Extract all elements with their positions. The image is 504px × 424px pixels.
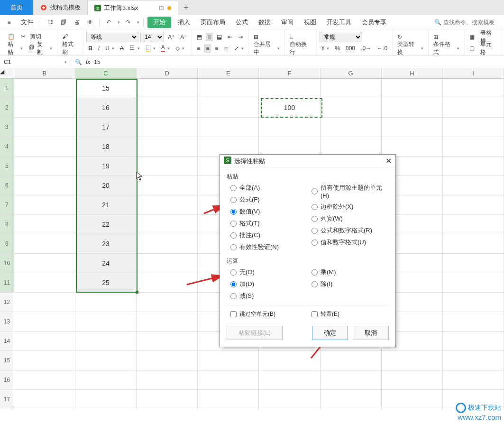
cell[interactable] [137,332,198,350]
cell[interactable]: 19 [75,157,137,175]
row-1[interactable]: 1 [0,79,14,98]
radio-format[interactable]: 格式(T) [230,219,308,228]
cell[interactable] [259,370,320,389]
cell[interactable]: 25 [75,273,137,292]
cell[interactable] [137,215,198,234]
cell[interactable] [14,98,75,117]
cell[interactable] [75,332,137,350]
col-I[interactable]: I [443,68,504,78]
tab-layout[interactable]: 页面布局 [197,18,229,27]
cell[interactable] [198,370,259,389]
col-E[interactable]: E [198,68,259,78]
cell[interactable] [198,79,259,98]
radio-sub[interactable]: 减(S) [230,292,308,300]
tab-templates[interactable]: 找稻壳模板 [34,0,88,15]
cell[interactable] [14,390,75,409]
cell[interactable]: 22 [75,215,137,234]
cell[interactable] [382,137,443,156]
cell[interactable] [137,312,198,331]
save-icon[interactable]: 🖫 [45,17,55,28]
cell-style-icon[interactable]: ▢ [467,44,477,53]
cell[interactable] [443,157,504,175]
print-icon[interactable]: 🖨 [72,17,82,28]
cell[interactable]: 17 [75,118,137,137]
tab-home[interactable]: 首页 [0,0,34,15]
cell[interactable] [14,215,75,234]
radio-val-num[interactable]: 值和数字格式(U) [312,238,389,247]
cancel-button[interactable]: 取消 [353,326,389,340]
radio-formula[interactable]: 公式(F) [230,195,308,204]
preview-icon[interactable]: 👁 [85,17,95,28]
radio-div[interactable]: 除(I) [312,280,389,288]
cell[interactable] [198,98,259,117]
row-11[interactable]: 11 [0,273,14,292]
row-2[interactable]: 2 [0,98,14,117]
cell[interactable] [382,351,443,370]
dec-dec[interactable]: ←.0 [375,44,389,53]
cell[interactable] [259,351,320,370]
cell[interactable]: 24 [75,254,137,273]
cell[interactable] [259,137,320,156]
align-right[interactable]: ≡ [213,44,220,53]
cell[interactable] [198,118,259,137]
cell[interactable] [14,137,75,156]
currency[interactable]: ¥▾ [320,44,331,53]
cell[interactable] [321,351,382,370]
command-search[interactable]: 🔍 [434,19,500,26]
highlight[interactable]: ◇▾ [174,44,186,53]
cell[interactable] [75,293,137,312]
cell[interactable] [137,370,198,389]
name-box[interactable]: C1▾ [0,59,71,65]
inc-font[interactable]: A⁺ [166,33,176,41]
tab-member[interactable]: 会员专享 [358,18,390,27]
row-5[interactable]: 5 [0,157,14,175]
cell[interactable] [443,351,504,370]
tab-view[interactable]: 视图 [300,18,320,27]
orientation[interactable]: ⤢▾ [232,44,246,53]
ok-button[interactable]: 确定 [312,326,348,340]
cell[interactable] [137,118,198,137]
col-F[interactable]: F [259,68,320,78]
tab-insert[interactable]: 插入 [174,18,194,27]
cell[interactable] [382,98,443,117]
radio-value[interactable]: 数值(V) [230,207,308,216]
cell[interactable] [137,157,198,175]
row-12[interactable]: 12 [0,293,14,312]
col-C[interactable]: C [75,68,137,78]
align-left[interactable]: ≡ [195,44,202,53]
cell[interactable] [321,118,382,137]
fill-color[interactable]: ⬚▾ [144,43,157,53]
cell[interactable] [443,293,504,312]
cell[interactable] [198,390,259,409]
new-tab-button[interactable]: + [178,0,193,15]
cell[interactable] [14,273,75,292]
cell[interactable] [382,370,443,389]
cell[interactable] [14,332,75,350]
menu-icon[interactable]: ≡ [4,17,14,28]
cell[interactable] [137,176,198,195]
indent-inc[interactable]: ⇥ [236,33,245,41]
cell[interactable] [137,98,198,117]
cell[interactable]: 23 [75,234,137,253]
wrap-button[interactable]: 自动换行 [288,39,313,57]
cell[interactable] [443,98,504,117]
cell[interactable] [14,234,75,253]
tab-review[interactable]: 审阅 [277,18,297,27]
cell[interactable] [14,176,75,195]
cell[interactable] [259,79,320,98]
cell[interactable] [14,370,75,389]
cell[interactable] [321,137,382,156]
cell[interactable]: 15 [75,79,137,98]
number-format[interactable]: 常规 [320,32,362,42]
align-just[interactable]: ≣ [222,44,230,53]
align-center[interactable]: ≡ [204,44,211,53]
align-mid[interactable]: ≡ [206,33,213,41]
cell[interactable] [137,254,198,273]
row-10[interactable]: 10 [0,254,14,273]
type-conv[interactable]: 类型转换▾ [395,39,425,57]
cell[interactable] [321,79,382,98]
cell[interactable] [443,215,504,234]
row-16[interactable]: 16 [0,370,14,389]
col-G[interactable]: G [321,68,382,78]
cell[interactable] [137,351,198,370]
